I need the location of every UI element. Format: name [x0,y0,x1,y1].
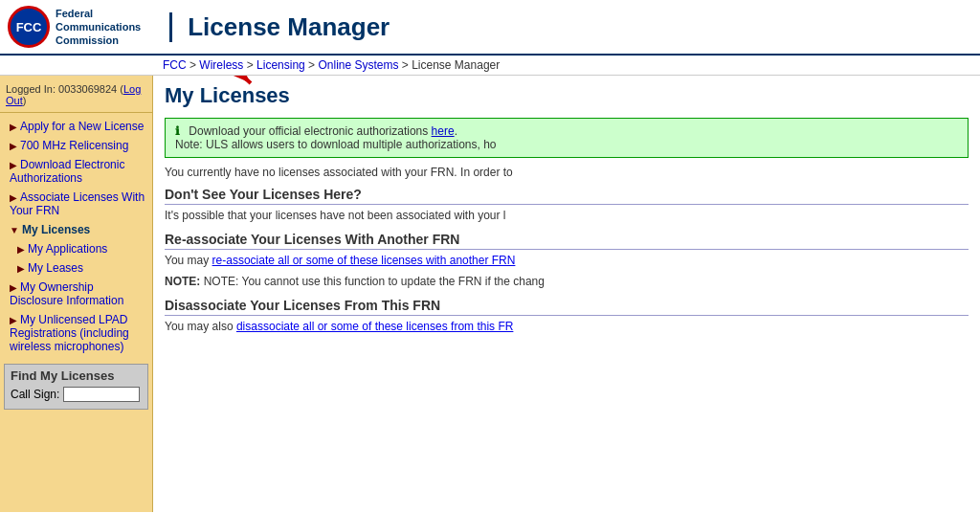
section-dont-see: Don't See Your Licenses Here? It's possi… [165,187,969,222]
sidebar-item-my-applications[interactable]: ▶My Applications [0,239,152,258]
sidebar-item-my-leases[interactable]: ▶My Leases [0,258,152,278]
arrow-icon-associate: ▶ [10,192,17,203]
section-reassociate-text: You may re-associate all or some of thes… [165,254,969,267]
breadcrumb-online-systems[interactable]: Online Systems [318,58,398,72]
sidebar-item-my-licenses[interactable]: ▼My Licenses [0,220,152,239]
fcc-circle-icon: FCC [8,6,50,48]
breadcrumb-licensing[interactable]: Licensing [256,58,305,72]
sidebar-item-download[interactable]: ▶Download Electronic Authorizations [0,155,152,188]
arrow-icon-700mhz: ▶ [10,141,17,151]
header: FCC Federal Communications Commission Li… [0,0,980,56]
section-reassociate: Re-associate Your Licenses With Another … [165,232,969,288]
call-sign-input[interactable] [63,387,140,402]
fcc-agency-name: Federal Communications Commission [56,7,141,48]
section-disassociate-heading: Disassociate Your Licenses From This FRN [165,298,969,316]
page-title: My Licenses [165,83,290,108]
find-licenses-title: Find My Licenses [11,368,142,383]
page-title-row: My Licenses [165,83,969,108]
arrow-icon-apply: ▶ [10,122,17,132]
page-title-header: License Manager [169,12,390,42]
main-content: My Licenses ℹ Download your official ele… [153,76,980,512]
sidebar-item-700mhz[interactable]: ▶700 MHz Relicensing [0,136,152,155]
call-sign-label: Call Sign: [11,388,59,401]
sidebar: Logged In: 0033069824 (Log Out) ▶Apply f… [0,76,153,512]
arrow-icon-my-apps: ▶ [17,244,25,255]
section-reassociate-note: NOTE: NOTE: You cannot use this function… [165,275,969,288]
section-disassociate: Disassociate Your Licenses From This FRN… [165,298,969,333]
section-disassociate-text: You may also disassociate all or some of… [165,320,969,333]
info-box: ℹ Download your official electronic auth… [165,118,969,158]
info-box-text: Download your official electronic author… [189,124,431,138]
logged-in-info: Logged In: 0033069824 (Log Out) [0,79,152,113]
sidebar-item-lpad[interactable]: ▶My Unlicensed LPAD Registrations (inclu… [0,310,152,356]
breadcrumb: FCC > Wireless > Licensing > Online Syst… [0,56,980,76]
arrow-icon-my-leases: ▶ [17,263,25,274]
info-box-note: Note: ULS allows users to download multi… [175,138,497,151]
arrow-icon-lpad: ▶ [10,315,17,325]
reassociate-link[interactable]: re-associate all or some of these licens… [212,254,516,267]
section-dont-see-text: It's possible that your licenses have no… [165,209,969,222]
sidebar-item-ownership[interactable]: ▶My Ownership Disclosure Information [0,278,152,310]
section-reassociate-heading: Re-associate Your Licenses With Another … [165,232,969,250]
find-licenses-box: Find My Licenses Call Sign: [4,364,148,410]
main-layout: Logged In: 0033069824 (Log Out) ▶Apply f… [0,76,980,512]
section-dont-see-heading: Don't See Your Licenses Here? [165,187,969,205]
no-licenses-text: You currently have no licenses associate… [165,166,969,179]
arrow-icon-download: ▶ [10,160,17,170]
sidebar-item-associate[interactable]: ▶Associate Licenses With Your FRN [0,188,152,220]
arrow-icon-ownership: ▶ [10,282,17,293]
sidebar-item-apply[interactable]: ▶Apply for a New License [0,117,152,136]
breadcrumb-current: License Manager [412,58,500,72]
info-box-link[interactable]: here [432,124,455,138]
arrow-icon-my-licenses: ▼ [10,225,19,235]
fcc-logo: FCC Federal Communications Commission [8,6,141,48]
disassociate-link[interactable]: disassociate all or some of these licens… [236,320,513,333]
breadcrumb-fcc[interactable]: FCC [163,58,187,72]
breadcrumb-wireless[interactable]: Wireless [199,58,243,72]
info-icon: ℹ [175,124,180,138]
call-sign-row: Call Sign: [11,387,142,402]
